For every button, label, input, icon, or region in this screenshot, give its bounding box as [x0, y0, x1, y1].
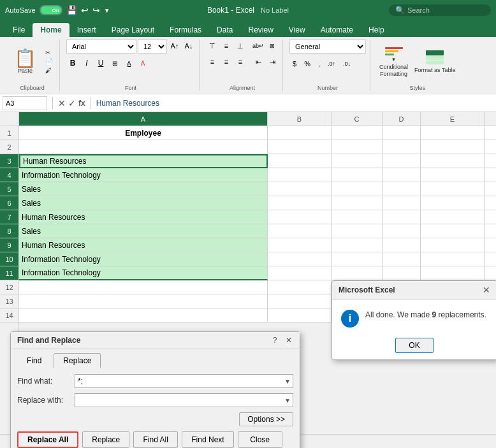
cell-A11[interactable]: Information Technology [19, 266, 268, 280]
cell-D10[interactable] [383, 252, 421, 266]
insert-function-icon[interactable]: fx [78, 99, 85, 108]
cell-C9[interactable] [332, 238, 383, 252]
cell-E2[interactable] [421, 140, 485, 154]
bold-button[interactable]: B [66, 57, 79, 69]
format-as-table-button[interactable]: Format as Table [412, 47, 458, 76]
replace-with-input[interactable] [75, 393, 293, 407]
font-color-button[interactable]: A [136, 57, 149, 69]
cell-B10[interactable] [268, 252, 332, 266]
cell-C7[interactable] [332, 210, 383, 224]
tab-view[interactable]: View [281, 23, 313, 37]
border-button[interactable]: ⊞ [108, 57, 121, 69]
tab-data[interactable]: Data [209, 23, 240, 37]
cell-name-box[interactable]: A3 [3, 96, 47, 110]
increase-decimal-button[interactable]: .0↑ [325, 57, 339, 70]
cell-F6[interactable] [485, 196, 496, 210]
font-size-select[interactable]: 12 [138, 40, 167, 54]
cell-B11[interactable] [268, 266, 332, 280]
find-all-button[interactable]: Find All [133, 431, 178, 448]
dialog-help-icon[interactable]: ? [270, 336, 279, 345]
msgbox-close-icon[interactable]: ✕ [483, 285, 490, 295]
underline-button[interactable]: U [94, 57, 107, 69]
cell-E10[interactable] [421, 252, 485, 266]
cell-B6[interactable] [268, 196, 332, 210]
col-header-C[interactable]: C [332, 112, 383, 126]
cell-D8[interactable] [383, 224, 421, 238]
confirm-formula-icon[interactable]: ✓ [68, 98, 76, 108]
cell-F5[interactable] [485, 182, 496, 196]
cell-A3[interactable]: Human Resources [19, 154, 268, 168]
tab-home[interactable]: Home [33, 23, 69, 37]
cell-F4[interactable] [485, 168, 496, 182]
col-header-F[interactable]: F [485, 112, 496, 126]
cell-C8[interactable] [332, 224, 383, 238]
cancel-formula-icon[interactable]: ✕ [58, 98, 66, 108]
cell-D6[interactable] [383, 196, 421, 210]
cell-B8[interactable] [268, 224, 332, 238]
cell-A1[interactable]: Employee [19, 126, 268, 140]
cell-A6[interactable]: Sales [19, 196, 268, 210]
cell-F9[interactable] [485, 238, 496, 252]
cell-E3[interactable] [421, 154, 485, 168]
cell-B7[interactable] [268, 210, 332, 224]
cell-A7[interactable]: Human Resources [19, 210, 268, 224]
cell-A5[interactable]: Sales [19, 182, 268, 196]
decrease-indent-button[interactable]: ⇤ [252, 55, 265, 68]
cell-A4[interactable]: Information Technology [19, 168, 268, 182]
copy-button[interactable]: 📄 [43, 57, 55, 66]
search-box[interactable]: 🔍 [389, 4, 491, 16]
decrease-decimal-button[interactable]: .0↓ [340, 57, 354, 70]
cell-F7[interactable] [485, 210, 496, 224]
align-top-button[interactable]: ⊤ [206, 40, 219, 52]
cell-E11[interactable] [421, 266, 485, 280]
number-format-select[interactable]: General [289, 40, 366, 54]
cell-F3[interactable] [485, 154, 496, 168]
cell-F11[interactable] [485, 266, 496, 280]
tab-formulas[interactable]: Formulas [162, 23, 209, 37]
cell-B12[interactable] [268, 280, 332, 294]
cell-E6[interactable] [421, 196, 485, 210]
cell-F2[interactable] [485, 140, 496, 154]
increase-indent-button[interactable]: ⇥ [266, 55, 279, 68]
cell-D4[interactable] [383, 168, 421, 182]
cell-B13[interactable] [268, 294, 332, 308]
cell-A8[interactable]: Sales [19, 224, 268, 238]
align-bottom-button[interactable]: ⊥ [234, 40, 247, 52]
cell-E7[interactable] [421, 210, 485, 224]
cell-D2[interactable] [383, 140, 421, 154]
cell-E9[interactable] [421, 238, 485, 252]
cell-A12[interactable] [19, 280, 268, 294]
cell-B14[interactable] [268, 308, 332, 322]
cell-E4[interactable] [421, 168, 485, 182]
align-left-button[interactable]: ≡ [206, 55, 219, 68]
cell-B4[interactable] [268, 168, 332, 182]
cell-D9[interactable] [383, 238, 421, 252]
wrap-text-button[interactable]: ab↵ [252, 40, 265, 52]
cell-A10[interactable]: Information Technology [19, 252, 268, 266]
fill-color-button[interactable]: A̲ [122, 57, 135, 69]
cell-B9[interactable] [268, 238, 332, 252]
cell-C3[interactable] [332, 154, 383, 168]
cell-E1[interactable] [421, 126, 485, 140]
italic-button[interactable]: I [80, 57, 93, 69]
replace-all-button[interactable]: Replace All [17, 431, 78, 448]
search-input[interactable] [407, 6, 485, 14]
decrease-font-button[interactable]: A↓ [182, 40, 195, 52]
cut-button[interactable]: ✂ [43, 48, 55, 57]
cell-A13[interactable] [19, 294, 268, 308]
replace-button[interactable]: Replace [82, 431, 129, 448]
percent-button[interactable]: % [301, 57, 314, 70]
redo-icon[interactable]: ↪ [92, 5, 100, 15]
cell-C2[interactable] [332, 140, 383, 154]
cell-D3[interactable] [383, 154, 421, 168]
find-next-button[interactable]: Find Next [182, 431, 233, 448]
increase-font-button[interactable]: A↑ [168, 40, 181, 52]
col-header-E[interactable]: E [421, 112, 485, 126]
cell-A2[interactable] [19, 140, 268, 154]
merge-center-button[interactable]: ⊠ [266, 40, 279, 52]
cell-D5[interactable] [383, 182, 421, 196]
tab-help[interactable]: Help [361, 23, 392, 37]
col-header-B[interactable]: B [268, 112, 332, 126]
cell-B1[interactable] [268, 126, 332, 140]
undo-icon[interactable]: ↩ [81, 5, 89, 15]
